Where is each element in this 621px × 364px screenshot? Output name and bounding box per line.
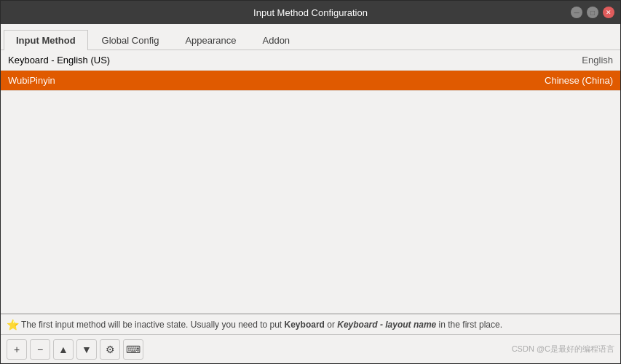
status-italic: Keyboard - bbox=[337, 320, 385, 330]
star-icon: ⭐ bbox=[7, 319, 19, 331]
status-bold1: Keyboard bbox=[285, 320, 325, 330]
content-area: Keyboard - English (US) English WubiPiny… bbox=[1, 50, 620, 363]
tab-global-config[interactable]: Global Config bbox=[90, 30, 172, 50]
tab-bar: Input Method Global Config Appearance Ad… bbox=[1, 24, 620, 50]
list-item[interactable]: WubiPinyin Chinese (China) bbox=[1, 71, 620, 91]
watermark: CSDN @C是最好的编程语言 bbox=[512, 344, 614, 355]
status-bar: ⭐ The first input method will be inactiv… bbox=[1, 314, 620, 334]
maximize-button[interactable]: □ bbox=[587, 7, 598, 18]
keyboard-icon: ⌨ bbox=[126, 344, 141, 355]
settings-button[interactable]: ⚙ bbox=[100, 339, 120, 360]
item-name: WubiPinyin bbox=[8, 75, 55, 86]
minimize-button[interactable]: ─ bbox=[571, 7, 582, 18]
keyboard-button[interactable]: ⌨ bbox=[123, 339, 143, 360]
main-window: Input Method Configuration ─ □ Input Met… bbox=[0, 0, 621, 364]
item-language: Chinese (China) bbox=[545, 75, 613, 86]
close-button[interactable] bbox=[603, 7, 614, 18]
list-item[interactable]: Keyboard - English (US) English bbox=[1, 50, 620, 71]
window-title: Input Method Configuration bbox=[50, 7, 571, 18]
tab-appearance[interactable]: Appearance bbox=[173, 30, 248, 50]
status-text: The first input method will be inactive … bbox=[21, 320, 502, 330]
item-name: Keyboard - English (US) bbox=[8, 55, 110, 66]
status-layout: layout name bbox=[385, 320, 436, 330]
remove-button[interactable]: − bbox=[30, 339, 50, 360]
input-method-list: Keyboard - English (US) English WubiPiny… bbox=[1, 50, 620, 314]
titlebar: Input Method Configuration ─ □ bbox=[1, 1, 620, 24]
item-language: English bbox=[582, 55, 613, 66]
window-controls: ─ □ bbox=[571, 7, 614, 18]
status-bold2: Keyboard - layout name bbox=[337, 320, 436, 330]
move-down-button[interactable]: ▼ bbox=[76, 339, 97, 360]
tab-addon[interactable]: Addon bbox=[250, 30, 303, 50]
move-up-button[interactable]: ▲ bbox=[53, 339, 74, 360]
tab-input-method[interactable]: Input Method bbox=[4, 30, 88, 50]
add-button[interactable]: + bbox=[7, 339, 27, 360]
down-icon: ▼ bbox=[82, 344, 92, 355]
gear-icon: ⚙ bbox=[106, 344, 115, 355]
up-icon: ▲ bbox=[58, 344, 68, 355]
toolbar: + − ▲ ▼ ⚙ ⌨ CSDN @C是最好的编程语言 bbox=[1, 334, 620, 363]
